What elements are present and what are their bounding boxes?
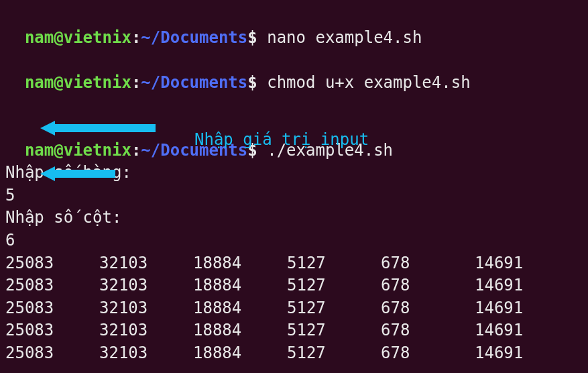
prompt-path: ~/Documents [141, 28, 247, 47]
prompt-at: @ [54, 28, 63, 47]
table-cell: 18884 [193, 319, 287, 342]
table-cell: 14691 [475, 342, 523, 365]
table-cell: 25083 [5, 319, 99, 342]
table-cell: 32103 [99, 274, 193, 297]
arrow-icon [40, 166, 115, 181]
table-cell: 678 [381, 342, 475, 365]
table-cell: 5127 [287, 319, 381, 342]
table-cell: 678 [381, 319, 475, 342]
table-cell: 678 [381, 252, 475, 275]
table-row: 250833210318884512767814691 [5, 297, 583, 320]
table-cell: 14691 [475, 319, 523, 342]
table-cell: 18884 [193, 252, 287, 275]
table-cell: 14691 [475, 274, 523, 297]
input-rows-value: 5 [5, 184, 583, 207]
annotation-label: Nhập giá trị input [194, 129, 369, 152]
arrow-shaft-icon [55, 124, 156, 132]
table-cell: 18884 [193, 342, 287, 365]
blank-line [5, 94, 583, 117]
prompt-user: nam [25, 28, 54, 47]
table-cell: 32103 [99, 252, 193, 275]
table-row: 250833210318884512767814691 [5, 342, 583, 365]
table-cell: 14691 [475, 297, 523, 320]
table-cell: 18884 [193, 274, 287, 297]
prompt-dollar: $ [247, 73, 257, 92]
table-cell: 5127 [287, 297, 381, 320]
prompt-host: vietnix [64, 73, 131, 92]
table-cell: 5127 [287, 274, 381, 297]
table-cell: 32103 [99, 342, 193, 365]
arrow-head-icon [40, 166, 55, 181]
prompt-dollar: $ [247, 28, 257, 47]
table-row: 250833210318884512767814691 [5, 274, 583, 297]
prompt-user: nam [25, 141, 54, 160]
table-cell: 18884 [193, 297, 287, 320]
prompt-sep: : [131, 28, 141, 47]
command-nano: nano example4.sh [257, 28, 422, 47]
table-row: 250833210318884512767814691 [5, 252, 583, 275]
table-row: 250833210318884512767814691 [5, 319, 583, 342]
table-cell: 5127 [287, 342, 381, 365]
prompt-host: vietnix [64, 28, 131, 47]
prompt-at: @ [54, 73, 63, 92]
terminal-line-final[interactable]: nam@vietnix:~/Documents$ [5, 365, 583, 374]
prompt-sep: : [131, 73, 141, 92]
prompt-user: nam [25, 73, 54, 92]
prompt-at: @ [54, 141, 63, 160]
table-cell: 678 [381, 274, 475, 297]
prompt-host: vietnix [64, 141, 131, 160]
arrow-icon [40, 121, 156, 136]
arrow-head-icon [40, 121, 55, 136]
input-cols-value: 6 [5, 229, 583, 252]
terminal-line-1: nam@vietnix:~/Documents$ nano example4.s… [5, 4, 583, 49]
prompt-text-cols: Nhập sô´cột: [5, 207, 583, 229]
table-cell: 32103 [99, 319, 193, 342]
table-cell: 32103 [99, 297, 193, 320]
table-cell: 678 [381, 297, 475, 320]
terminal-line-2: nam@vietnix:~/Documents$ chmod u+x examp… [5, 49, 583, 94]
table-cell: 25083 [5, 297, 99, 320]
table-cell: 25083 [5, 252, 99, 275]
prompt-sep: : [131, 141, 141, 160]
arrow-shaft-icon [55, 170, 115, 178]
table-cell: 14691 [475, 252, 523, 275]
prompt-path: ~/Documents [141, 73, 247, 92]
table-cell: 25083 [5, 274, 99, 297]
table-cell: 25083 [5, 342, 99, 365]
command-chmod: chmod u+x example4.sh [257, 73, 471, 92]
table-cell: 5127 [287, 252, 381, 275]
